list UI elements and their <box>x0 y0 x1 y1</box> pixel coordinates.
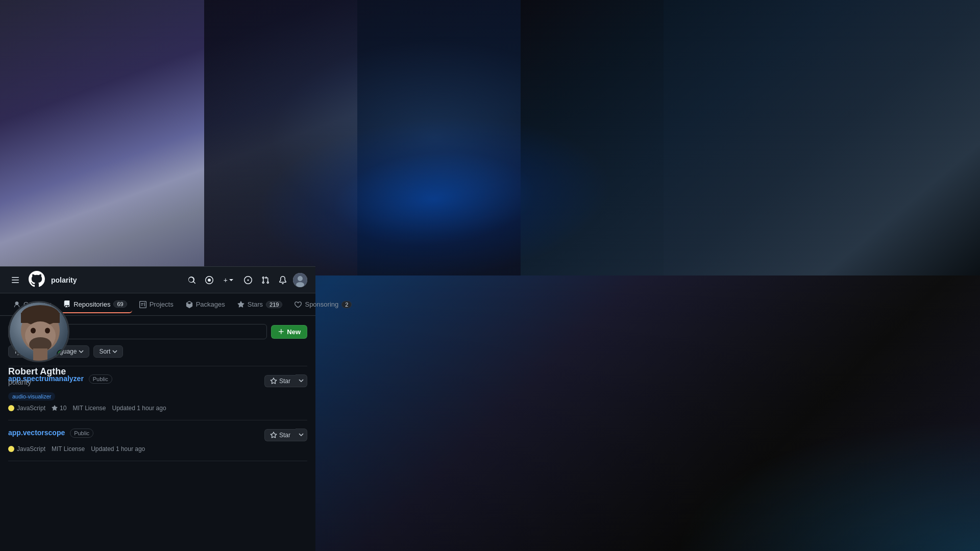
github-logo[interactable] <box>29 271 45 289</box>
copilot-icon <box>205 276 213 284</box>
repo-visibility-badge: Public <box>70 429 93 438</box>
sort-filter-label: Sort <box>99 348 110 355</box>
star-label: Star <box>279 378 290 385</box>
stars-count-badge: 219 <box>266 301 282 308</box>
profile-username: polarity <box>8 378 69 386</box>
svg-point-1 <box>298 276 303 281</box>
sort-filter-button[interactable]: Sort <box>93 345 123 358</box>
repo-name-link[interactable]: app.vectorscope <box>8 429 65 437</box>
repo-name-area: app.vectorscope Public <box>8 429 93 437</box>
profile-sidebar: Robert Agthe polarity <box>8 301 69 386</box>
new-repo-label: New <box>287 328 301 336</box>
star-caret-icon <box>299 432 304 437</box>
issues-icon <box>244 276 252 284</box>
new-repo-button[interactable]: New <box>271 325 307 339</box>
avatar[interactable] <box>8 301 69 362</box>
updated-time: Updated 1 hour ago <box>91 445 145 453</box>
svg-point-8 <box>45 328 50 334</box>
license-name: MIT License <box>52 445 85 453</box>
star-outline-icon <box>270 378 277 385</box>
search-icon <box>188 276 196 284</box>
star-label: Star <box>279 432 290 439</box>
copilot-button[interactable] <box>202 273 216 287</box>
repo-updated: Updated 1 hour ago <box>112 405 166 412</box>
repo-topic-tag[interactable]: audio-visualizer <box>8 392 55 400</box>
language-dot <box>8 446 14 452</box>
repo-language: JavaScript <box>8 445 45 453</box>
star-button[interactable]: Star <box>264 375 296 387</box>
navbar: polarity + <box>0 267 315 293</box>
repo-updated: Updated 1 hour ago <box>91 445 145 453</box>
repo-star-count[interactable]: 10 <box>52 405 66 412</box>
language-name: JavaScript <box>17 445 45 453</box>
plus-icon <box>278 328 285 335</box>
project-icon <box>139 301 146 308</box>
package-icon <box>186 301 193 308</box>
svg-point-2 <box>296 282 304 287</box>
star-dropdown-button[interactable] <box>296 429 307 441</box>
navbar-username[interactable]: polarity <box>51 276 77 284</box>
tab-sponsoring-label: Sponsoring <box>305 300 338 308</box>
notifications-button[interactable] <box>276 273 290 287</box>
keyboard-glow <box>623 398 980 551</box>
chevron-down-icon <box>229 278 234 283</box>
repo-topics: audio-visualizer <box>8 390 307 400</box>
repo-meta: JavaScript MIT License Updated 1 hour ag… <box>8 445 307 453</box>
star-caret-icon <box>299 378 304 383</box>
repo-license: MIT License <box>52 445 85 453</box>
hamburger-icon <box>11 276 19 284</box>
navbar-actions: + <box>185 273 307 287</box>
search-button[interactable] <box>185 273 199 287</box>
sponsoring-count-badge: 2 <box>341 301 352 308</box>
star-outline-icon <box>270 432 277 439</box>
license-name: MIT License <box>72 405 106 412</box>
sort-chevron-icon <box>112 349 117 354</box>
create-new-button[interactable]: + <box>219 273 238 287</box>
tab-sponsoring[interactable]: Sponsoring 2 <box>289 296 357 312</box>
github-mark-icon <box>29 271 45 287</box>
star-count-icon <box>52 405 58 411</box>
repo-meta: JavaScript 10 MIT License Updated 1 hour… <box>8 405 307 412</box>
svg-rect-10 <box>33 348 47 362</box>
tab-projects[interactable]: Projects <box>134 296 179 312</box>
repositories-count-badge: 69 <box>113 300 127 308</box>
tab-stars[interactable]: Stars 219 <box>232 296 288 312</box>
avatar-image <box>293 273 307 287</box>
star-dropdown-button[interactable] <box>296 374 307 387</box>
tab-packages[interactable]: Packages <box>181 296 230 312</box>
issues-button[interactable] <box>241 273 255 287</box>
pullrequest-icon <box>261 276 270 284</box>
language-dot <box>8 405 14 411</box>
language-chevron-icon <box>79 349 84 354</box>
star-button-group: Star <box>264 374 307 387</box>
tab-projects-label: Projects <box>150 300 174 308</box>
hamburger-menu-button[interactable] <box>8 273 22 287</box>
star-button[interactable]: Star <box>264 429 296 441</box>
svg-point-7 <box>31 328 36 334</box>
repo-license: MIT License <box>72 405 106 412</box>
bell-icon <box>279 276 287 284</box>
tab-repositories-label: Repositories <box>74 300 110 308</box>
table-row: app.vectorscope Public Star <box>8 420 307 461</box>
online-status-dot <box>57 349 66 359</box>
profile-name: Robert Agthe <box>8 366 69 377</box>
plus-label: + <box>224 276 228 284</box>
tab-packages-label: Packages <box>196 300 225 308</box>
star-icon <box>237 301 244 308</box>
tab-stars-label: Stars <box>248 300 263 308</box>
language-name: JavaScript <box>17 405 45 412</box>
pullrequests-button[interactable] <box>258 273 273 287</box>
updated-time: Updated 1 hour ago <box>112 405 166 412</box>
repo-item-header: app.vectorscope Public Star <box>8 429 307 441</box>
star-button-group: Star <box>264 429 307 441</box>
repo-language: JavaScript <box>8 405 45 412</box>
heart-icon <box>295 301 302 308</box>
star-count-value: 10 <box>60 405 66 412</box>
repo-visibility-badge: Public <box>89 374 112 384</box>
user-avatar[interactable] <box>293 273 307 287</box>
